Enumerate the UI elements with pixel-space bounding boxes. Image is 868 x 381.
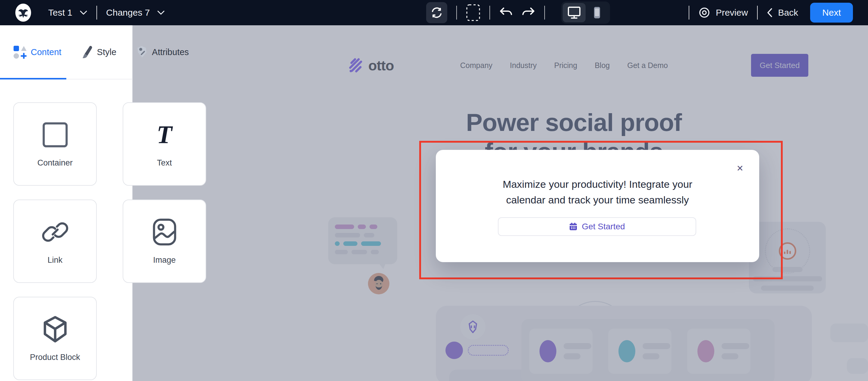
block-text[interactable]: T Text [123, 102, 206, 186]
test-name: Test 1 [48, 7, 72, 18]
modal-get-started-button[interactable]: Get Started [498, 217, 696, 236]
tab-attributes[interactable]: Attributes [135, 45, 189, 59]
tab-label: Style [97, 47, 116, 57]
promo-modal[interactable]: ✕ Maximize your productivity! Integrate … [436, 150, 759, 262]
toolbar-divider [96, 6, 97, 20]
block-product[interactable]: Product Block [13, 297, 97, 380]
desktop-icon [567, 6, 581, 19]
active-tab-underline [0, 78, 66, 79]
block-image[interactable]: Image [123, 200, 206, 283]
toolbar-center-group [426, 0, 610, 25]
device-toggle [561, 1, 610, 24]
chevron-left-icon [767, 8, 773, 18]
sidebar-tabs: Content Style Attributes [0, 25, 132, 79]
preview-button[interactable]: Preview [698, 7, 748, 19]
toolbar-right-group: Preview Back Next [680, 3, 868, 23]
modal-cta-label: Get Started [582, 222, 625, 232]
widget-palette: Container T Text Link [0, 79, 132, 380]
toolbar-divider [490, 6, 490, 20]
changes-label: Changes 7 [106, 7, 150, 18]
editor-sidebar: Content Style Attributes [0, 25, 133, 381]
mobile-icon [593, 6, 601, 19]
block-container[interactable]: Container [13, 102, 97, 186]
close-icon[interactable]: ✕ [737, 164, 744, 173]
editor-canvas[interactable]: otto Company Industry Pricing Blog Get a… [133, 25, 868, 381]
calendar-icon [569, 222, 578, 231]
block-label: Product Block [30, 353, 80, 362]
block-label: Link [48, 255, 63, 265]
cube-icon [42, 315, 68, 344]
undo-icon [499, 7, 513, 19]
sync-icon [430, 6, 443, 19]
selection-box-icon [466, 4, 480, 21]
tab-style[interactable]: Style [81, 45, 116, 59]
toolbar-left-group: Test 1 Changes 7 [0, 3, 165, 22]
mobile-view-button[interactable] [586, 3, 609, 22]
modal-message: Maximize your productivity! Integrate yo… [457, 176, 738, 208]
desktop-view-button[interactable] [563, 3, 586, 22]
tag-icon [135, 45, 148, 59]
text-icon: T [157, 120, 172, 149]
top-toolbar: Test 1 Changes 7 [0, 0, 868, 25]
paintbrush-icon [81, 45, 93, 59]
chevron-down-icon [157, 10, 165, 15]
toolbar-divider [456, 6, 457, 20]
container-icon [42, 120, 68, 149]
preview-label: Preview [716, 7, 748, 18]
preview-icon [698, 7, 710, 19]
chevron-down-icon [80, 10, 87, 15]
tab-content[interactable]: Content [13, 45, 61, 59]
modal-message-line-2: calendar and track your time seamlessly [457, 192, 738, 208]
next-button[interactable]: Next [810, 3, 853, 23]
toolbar-divider [689, 6, 689, 20]
back-button[interactable]: Back [767, 7, 798, 18]
toolbar-divider [757, 6, 758, 20]
block-link[interactable]: Link [13, 200, 97, 283]
tab-label: Attributes [152, 47, 189, 57]
sync-button[interactable] [426, 2, 447, 23]
content-blocks-icon [13, 45, 27, 59]
block-label: Container [37, 158, 73, 168]
undo-button[interactable] [499, 7, 513, 19]
whale-tail-logo[interactable] [14, 3, 33, 22]
select-element-button[interactable] [466, 4, 480, 21]
changes-dropdown[interactable]: Changes 7 [106, 7, 165, 18]
image-icon [153, 217, 177, 246]
redo-button[interactable] [521, 7, 535, 19]
back-label: Back [778, 7, 798, 18]
test-switcher[interactable]: Test 1 [48, 7, 87, 18]
redo-icon [521, 7, 535, 19]
toolbar-divider [544, 6, 545, 20]
link-icon [42, 217, 68, 246]
modal-message-line-1: Maximize your productivity! Integrate yo… [457, 176, 738, 192]
block-label: Text [157, 158, 172, 168]
tab-label: Content [31, 47, 61, 57]
block-label: Image [153, 255, 176, 265]
